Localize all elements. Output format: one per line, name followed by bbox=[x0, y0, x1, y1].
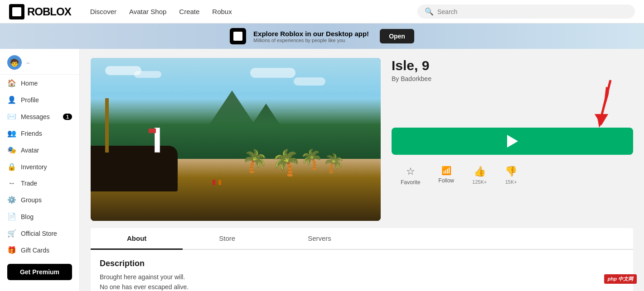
favorite-button[interactable]: ☆ Favorite bbox=[392, 162, 429, 189]
svg-line-0 bbox=[601, 80, 610, 116]
sidebar-label-trade: Trade bbox=[21, 180, 72, 187]
profile-icon: 👤 bbox=[7, 95, 16, 104]
desktop-app-banner: Explore Roblox in our Desktop app! Milli… bbox=[0, 24, 644, 49]
arrow-area bbox=[392, 91, 633, 128]
sidebar-label-profile: Profile bbox=[21, 96, 72, 104]
banner-text: Explore Roblox in our Desktop app! Milli… bbox=[253, 30, 369, 43]
nav-create[interactable]: Create bbox=[179, 8, 199, 15]
favorite-label: Favorite bbox=[401, 179, 420, 186]
sidebar-item-avatar[interactable]: 🎭 Avatar bbox=[0, 142, 79, 158]
like-icon: 👍 bbox=[474, 166, 486, 177]
search-bar: 🔍 bbox=[417, 5, 635, 19]
follow-icon: 📶 bbox=[441, 166, 451, 176]
favorite-icon: ☆ bbox=[406, 166, 415, 177]
sidebar-item-official-store[interactable]: 🛒 Official Store bbox=[0, 225, 79, 242]
dislike-icon: 👎 bbox=[505, 166, 517, 177]
main-layout: 🧒 – 🏠 Home 👤 Profile ✉️ Messages 1 👥 Fri… bbox=[0, 49, 644, 291]
nav-links: Discover Avatar Shop Create Robux bbox=[90, 8, 232, 15]
play-triangle-icon bbox=[507, 135, 518, 148]
svg-marker-1 bbox=[595, 114, 608, 125]
banner-roblox-icon bbox=[230, 28, 246, 44]
sidebar-label-friends: Friends bbox=[21, 130, 72, 137]
dislike-count: 15K+ bbox=[505, 179, 517, 185]
sidebar-label-home: Home bbox=[21, 80, 72, 87]
sidebar-label-avatar: Avatar bbox=[21, 147, 72, 154]
description-text: Brought here against your will. No one h… bbox=[100, 272, 624, 291]
follow-button[interactable]: 📶 Follow bbox=[429, 162, 463, 189]
roblox-logo[interactable]: ROBLOX bbox=[9, 4, 71, 19]
sidebar-user: 🧒 – bbox=[0, 49, 79, 75]
follow-label: Follow bbox=[438, 177, 454, 184]
sidebar-label-gift-cards: Gift Cards bbox=[21, 247, 72, 254]
dislike-button[interactable]: 👎 15K+ bbox=[496, 162, 526, 189]
banner-open-button[interactable]: Open bbox=[380, 29, 414, 43]
messages-icon: ✉️ bbox=[7, 112, 16, 121]
sidebar-item-messages[interactable]: ✉️ Messages 1 bbox=[0, 108, 79, 125]
official-store-icon: 🛒 bbox=[7, 229, 16, 238]
home-icon: 🏠 bbox=[7, 79, 16, 87]
inventory-icon: 🔒 bbox=[7, 162, 16, 171]
avatar: 🧒 bbox=[7, 55, 22, 70]
sidebar: 🧒 – 🏠 Home 👤 Profile ✉️ Messages 1 👥 Fri… bbox=[0, 49, 80, 291]
sidebar-item-blog[interactable]: 📄 Blog bbox=[0, 208, 79, 225]
tab-content-about: Description Brought here against your wi… bbox=[91, 250, 633, 291]
top-nav: ROBLOX Discover Avatar Shop Create Robux… bbox=[0, 0, 644, 24]
sidebar-item-profile[interactable]: 👤 Profile bbox=[0, 91, 79, 108]
like-count: 125K+ bbox=[472, 179, 487, 185]
tab-about[interactable]: About bbox=[91, 228, 183, 250]
sidebar-item-friends[interactable]: 👥 Friends bbox=[0, 125, 79, 142]
sidebar-username: – bbox=[26, 59, 29, 66]
sidebar-label-official-store: Official Store bbox=[21, 230, 72, 237]
nav-robux[interactable]: Robux bbox=[212, 8, 232, 15]
tab-servers[interactable]: Servers bbox=[271, 228, 368, 249]
nav-avatar-shop[interactable]: Avatar Shop bbox=[129, 8, 166, 15]
game-screenshot: 🌴 🌴 🌴 🌴 bbox=[91, 58, 381, 221]
messages-badge: 1 bbox=[63, 114, 72, 120]
like-button[interactable]: 👍 125K+ bbox=[463, 162, 496, 189]
sidebar-label-groups: Groups bbox=[21, 196, 72, 204]
sidebar-label-blog: Blog bbox=[21, 213, 72, 220]
red-arrow-svg bbox=[583, 78, 620, 128]
blog-icon: 📄 bbox=[7, 212, 16, 221]
sidebar-label-inventory: Inventory bbox=[21, 163, 72, 171]
game-layout: 🌴 🌴 🌴 🌴 Isle, 9 By Badorkbee bbox=[91, 58, 633, 221]
friends-icon: 👥 bbox=[7, 129, 16, 138]
game-info: Isle, 9 By Badorkbee bbox=[392, 58, 633, 221]
sidebar-item-groups[interactable]: ⚙️ Groups bbox=[0, 191, 79, 208]
banner-subtitle: Millions of experiences by people like y… bbox=[253, 38, 369, 43]
sidebar-item-trade[interactable]: ↔ Trade bbox=[0, 175, 79, 191]
groups-icon: ⚙️ bbox=[7, 196, 16, 204]
play-button[interactable] bbox=[392, 128, 633, 155]
description-title: Description bbox=[100, 259, 624, 268]
avatar-icon: 🎭 bbox=[7, 146, 16, 154]
action-row: ☆ Favorite 📶 Follow 👍 125K+ 👎 15K+ bbox=[392, 162, 633, 189]
sidebar-item-home[interactable]: 🏠 Home bbox=[0, 75, 79, 91]
game-title: Isle, 9 bbox=[392, 58, 633, 73]
sidebar-label-messages: Messages bbox=[21, 113, 58, 120]
php-watermark: php 中文网 bbox=[604, 274, 637, 284]
tab-store[interactable]: Store bbox=[183, 228, 271, 249]
main-content: 🌴 🌴 🌴 🌴 Isle, 9 By Badorkbee bbox=[80, 49, 644, 291]
search-icon: 🔍 bbox=[425, 7, 434, 16]
search-input[interactable] bbox=[437, 8, 628, 15]
tabs-row: About Store Servers bbox=[91, 228, 633, 250]
trade-icon: ↔ bbox=[7, 179, 16, 187]
sidebar-item-gift-cards[interactable]: 🎁 Gift Cards bbox=[0, 242, 79, 258]
sidebar-item-inventory[interactable]: 🔒 Inventory bbox=[0, 158, 79, 175]
events-label: Events bbox=[0, 286, 79, 291]
banner-title: Explore Roblox in our Desktop app! bbox=[253, 30, 369, 38]
nav-discover[interactable]: Discover bbox=[90, 8, 116, 15]
gift-cards-icon: 🎁 bbox=[7, 246, 16, 254]
get-premium-button[interactable]: Get Premium bbox=[7, 264, 72, 280]
